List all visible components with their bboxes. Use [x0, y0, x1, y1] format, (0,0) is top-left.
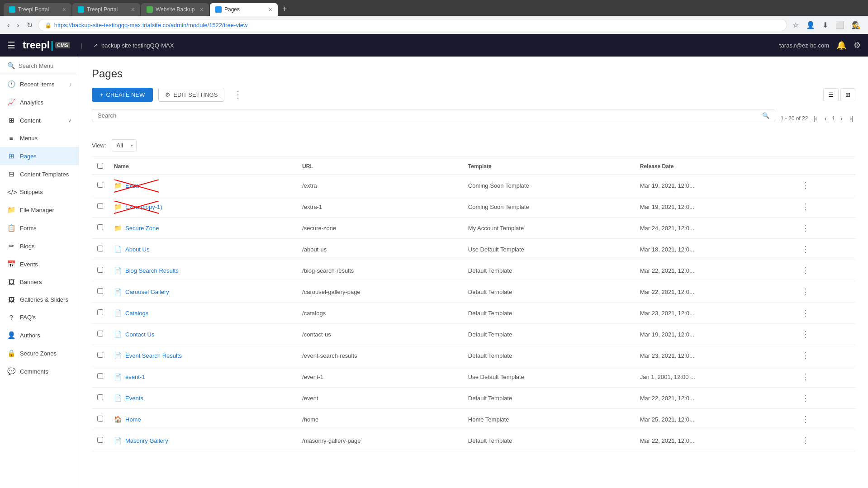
galleries-icon: 🖼	[7, 296, 15, 303]
page-name-link-13[interactable]: Masonry Gallery	[125, 437, 168, 444]
tab-close-4[interactable]: ×	[269, 6, 272, 13]
row-menu-button-5[interactable]: ⋮	[798, 265, 813, 276]
page-name-link-12[interactable]: Home	[125, 416, 141, 423]
main-content: Pages + CREATE NEW ⚙ EDIT SETTINGS ⋮ ☰ ⊞	[79, 57, 868, 488]
row-menu-button-12[interactable]: ⋮	[798, 413, 813, 425]
sidebar-item-faqs[interactable]: ? FAQ's	[0, 308, 79, 326]
page-name-link-7[interactable]: Catalogs	[125, 310, 148, 317]
row-menu-button-3[interactable]: ⋮	[798, 222, 813, 234]
sidebar-item-secure-zones[interactable]: 🔒 Secure Zones	[0, 344, 79, 362]
sidebar-item-analytics[interactable]: 📈 Analytics	[0, 93, 79, 111]
page-name-link-10[interactable]: event-1	[125, 374, 145, 380]
create-new-button[interactable]: + CREATE NEW	[92, 88, 153, 102]
profile-button[interactable]: 👤	[804, 19, 817, 31]
analytics-icon: 📈	[7, 98, 15, 106]
row-checkbox-2[interactable]	[97, 203, 103, 209]
row-checkbox-13[interactable]	[97, 437, 103, 443]
row-menu-button-4[interactable]: ⋮	[798, 243, 813, 255]
row-checkbox-10[interactable]	[97, 373, 103, 379]
incognito-button[interactable]: 🕵	[850, 19, 863, 31]
row-checkbox-1[interactable]	[97, 182, 103, 188]
edit-settings-button[interactable]: ⚙ EDIT SETTINGS	[158, 88, 224, 102]
row-checkbox-6[interactable]	[97, 288, 103, 294]
row-menu-button-13[interactable]: ⋮	[798, 435, 813, 446]
tab-treepl-2[interactable]: Treepl Portal ×	[72, 3, 140, 16]
sidebar-item-galleries-sliders[interactable]: 🖼 Galleries & Sliders	[0, 291, 79, 308]
more-actions-button[interactable]: ⋮	[230, 87, 246, 102]
row-checkbox-cell	[92, 196, 109, 218]
page-name-link-9[interactable]: Event Search Results	[125, 352, 182, 359]
sidebar-item-events[interactable]: 📅 Events	[0, 255, 79, 273]
settings-icon[interactable]: ⚙	[854, 40, 861, 50]
sidebar-item-blogs[interactable]: ✏ Blogs	[0, 237, 79, 255]
tab-website-backup[interactable]: Website Backup ×	[141, 3, 209, 16]
sidebar-item-comments[interactable]: 💬 Comments	[0, 362, 79, 380]
sidebar-item-authors[interactable]: 👤 Authors	[0, 326, 79, 344]
address-bar[interactable]: 🔒 https://backup-site-testingqq-max.tria…	[38, 19, 787, 31]
row-checkbox-12[interactable]	[97, 416, 103, 422]
row-checkbox-3[interactable]	[97, 224, 103, 230]
row-menu-button-6[interactable]: ⋮	[798, 286, 813, 298]
notification-icon[interactable]: 🔔	[836, 40, 846, 50]
row-menu-button-2[interactable]: ⋮	[798, 201, 813, 213]
extension-button[interactable]: ⬜	[834, 19, 846, 31]
sidebar-item-pages[interactable]: ⊞ Pages	[0, 147, 79, 165]
first-page-button[interactable]: |‹	[811, 114, 819, 123]
tab-pages[interactable]: Pages ×	[210, 3, 278, 16]
row-menu-cell: ⋮	[792, 324, 855, 345]
search-bar: 🔍	[92, 109, 775, 122]
page-name-link-11[interactable]: Events	[125, 395, 143, 402]
edit-settings-label: EDIT SETTINGS	[173, 91, 218, 98]
sidebar-item-forms[interactable]: 📋 Forms	[0, 219, 79, 237]
page-name-link-8[interactable]: Contact Us	[125, 331, 154, 338]
tree-view-button[interactable]: ⊞	[840, 88, 855, 101]
reload-button[interactable]: ↻	[25, 19, 34, 31]
page-name-link-6[interactable]: Carousel Gallery	[125, 289, 169, 295]
view-filter-select[interactable]: All	[112, 139, 137, 152]
row-menu-button-9[interactable]: ⋮	[798, 350, 813, 361]
row-checkbox-11[interactable]	[97, 394, 103, 400]
menu-icon[interactable]: ☰	[7, 40, 15, 51]
row-checkbox-8[interactable]	[97, 331, 103, 336]
page-name-link-1[interactable]: Extra	[125, 182, 139, 189]
tab-treepl-1[interactable]: Treepl Portal ×	[4, 3, 71, 16]
row-checkbox-5[interactable]	[97, 267, 103, 273]
last-page-button[interactable]: ›|	[848, 114, 855, 123]
row-menu-button-7[interactable]: ⋮	[798, 307, 813, 319]
tab-close-2[interactable]: ×	[131, 6, 135, 13]
page-name-link-5[interactable]: Blog Search Results	[125, 267, 179, 274]
row-menu-button-10[interactable]: ⋮	[798, 371, 813, 383]
row-menu-button-8[interactable]: ⋮	[798, 328, 813, 340]
list-view-button[interactable]: ☰	[823, 88, 839, 101]
page-name-link-4[interactable]: About Us	[125, 246, 149, 253]
sidebar-item-banners[interactable]: 🖼 Banners	[0, 273, 79, 291]
sidebar-item-menus[interactable]: ≡ Menus	[0, 129, 79, 147]
page-name-link-2[interactable]: Extra (copy-1)	[125, 204, 162, 210]
select-all-checkbox[interactable]	[97, 163, 103, 169]
new-tab-button[interactable]: +	[279, 3, 291, 16]
next-page-button[interactable]: ›	[839, 114, 844, 123]
tab-close-3[interactable]: ×	[200, 6, 204, 13]
row-menu-button-1[interactable]: ⋮	[798, 180, 813, 191]
sidebar-item-content-templates[interactable]: ⊟ Content Templates	[0, 165, 79, 183]
sidebar-item-content[interactable]: ⊞ Content ∨	[0, 111, 79, 129]
sidebar-item-snippets[interactable]: </> Snippets	[0, 183, 79, 201]
forward-button[interactable]: ›	[15, 19, 21, 31]
sidebar-item-recent-items[interactable]: 🕐 Recent Items ›	[0, 75, 79, 93]
prev-page-button[interactable]: ‹	[823, 114, 829, 123]
sidebar-search-input[interactable]	[19, 62, 79, 69]
sidebar-recent-items-label: Recent Items	[20, 81, 65, 88]
page-name-link-3[interactable]: Secure Zone	[125, 225, 159, 232]
search-input[interactable]	[98, 112, 762, 119]
sidebar-item-file-manager[interactable]: 📁 File Manager	[0, 201, 79, 219]
download-button[interactable]: ⬇	[821, 19, 830, 31]
tab-close-1[interactable]: ×	[62, 6, 66, 13]
row-checkbox-9[interactable]	[97, 352, 103, 358]
nav-divider: |	[81, 42, 82, 49]
back-button[interactable]: ‹	[5, 19, 11, 31]
row-checkbox-4[interactable]	[97, 246, 103, 251]
row-menu-button-11[interactable]: ⋮	[798, 392, 813, 404]
row-checkbox-7[interactable]	[97, 309, 103, 315]
bookmark-button[interactable]: ☆	[791, 19, 801, 31]
row-menu-cell: ⋮	[792, 430, 855, 451]
